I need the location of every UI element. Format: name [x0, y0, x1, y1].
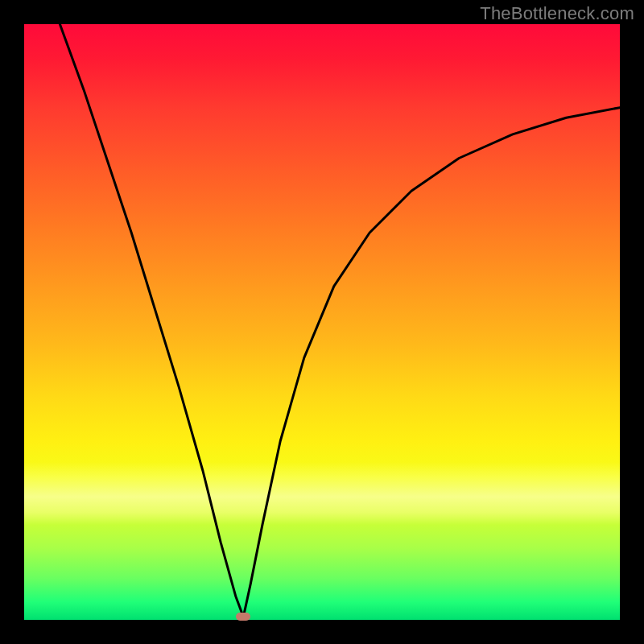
bottleneck-curve: [24, 24, 620, 620]
minimum-marker: [236, 613, 250, 621]
curve-left-branch: [60, 24, 243, 617]
plot-area: [24, 24, 620, 620]
curve-right-branch: [243, 108, 620, 617]
watermark-text: TheBottleneck.com: [480, 3, 634, 24]
chart-frame: TheBottleneck.com: [0, 0, 644, 644]
